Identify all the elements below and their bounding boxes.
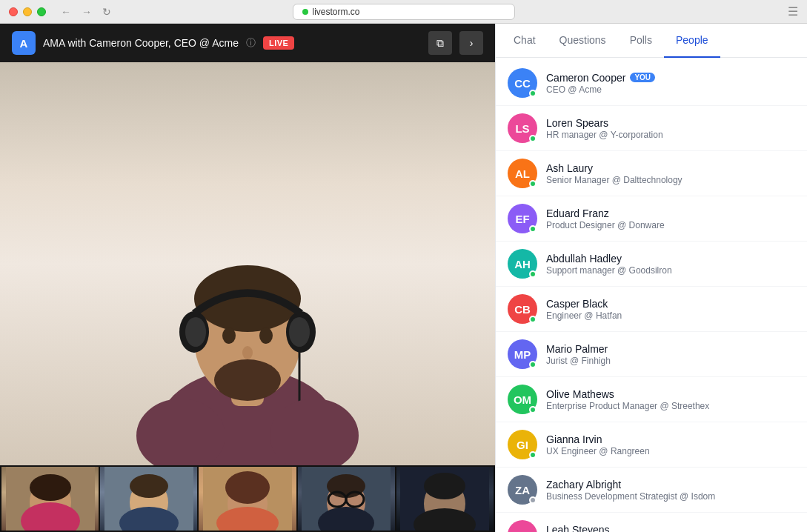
person-silhouette [122, 184, 373, 465]
person-name: Ash Laury [546, 162, 795, 174]
person-role: Product Designer @ Donware [546, 220, 795, 230]
thumbnail-4[interactable] [298, 467, 395, 531]
list-item[interactable]: CB Casper Black Engineer @ Hatfan [496, 287, 807, 332]
person-name: Cameron Cooper YOU [546, 72, 795, 84]
tab-polls[interactable]: Polls [618, 24, 664, 58]
close-button[interactable] [9, 7, 18, 16]
person-role: Enterprise Product Manager @ Streethex [546, 401, 795, 411]
thumbnail-1[interactable] [1, 467, 99, 531]
online-status-dot [529, 180, 537, 187]
person-name: Leah Stevens [546, 524, 795, 533]
online-status-dot [529, 406, 537, 413]
traffic-lights [9, 7, 46, 16]
avatar-wrap: MP [508, 339, 537, 369]
maximize-button[interactable] [37, 7, 46, 16]
people-list: CC Cameron Cooper YOU CEO @ Acme LS Lore… [496, 58, 807, 532]
person-role: Engineer @ Hatfan [546, 310, 795, 321]
list-item[interactable]: MP Mario Palmer Jurist @ Finhigh [496, 332, 807, 377]
session-title: AMA with Cameron Cooper, CEO @ Acme [43, 37, 239, 49]
person-info: Loren Spears HR manager @ Y-corporation [546, 117, 795, 140]
refresh-button[interactable]: ↻ [99, 4, 114, 19]
thumbnail-3[interactable] [199, 467, 296, 531]
list-item[interactable]: LS Leah Stevens Director @ Openlane [496, 513, 807, 532]
list-item[interactable]: AH Abdullah Hadley Support manager @ Goo… [496, 242, 807, 287]
person-info: Zachary Albright Business Development St… [546, 479, 795, 502]
list-item[interactable]: LS Loren Spears HR manager @ Y-corporati… [496, 106, 807, 151]
list-item[interactable]: GI Gianna Irvin UX Engineer @ Rangreen [496, 422, 807, 468]
avatar-wrap: AL [508, 159, 537, 188]
list-item[interactable]: OM Olive Mathews Enterprise Product Mana… [496, 377, 807, 422]
list-item[interactable]: CC Cameron Cooper YOU CEO @ Acme [496, 61, 807, 106]
right-panel: Chat Questions Polls People CC Cameron C… [495, 24, 807, 532]
svg-point-21 [130, 474, 168, 498]
person-name: Abdullah Hadley [546, 253, 795, 265]
person-info: Leah Stevens Director @ Openlane [546, 524, 795, 533]
avatar: LS [508, 520, 537, 532]
session-avatar-icon: A [12, 31, 36, 55]
svg-point-36 [424, 473, 465, 499]
title-bar: ← → ↻ livestorm.co ☰ [0, 0, 807, 24]
main-video-area [0, 62, 495, 465]
url-text: livestorm.co [313, 7, 360, 17]
svg-point-25 [225, 471, 270, 504]
avatar-wrap: ZA [508, 475, 537, 505]
avatar-wrap: AH [508, 249, 537, 279]
online-status-dot [529, 270, 537, 278]
video-content [0, 62, 495, 465]
svg-point-17 [30, 474, 71, 501]
avatar-wrap: LS [508, 520, 537, 532]
avatar-wrap: GI [508, 430, 537, 459]
person-info: Olive Mathews Enterprise Product Manager… [546, 388, 795, 411]
you-badge: YOU [630, 73, 655, 82]
live-badge: LIVE [263, 36, 294, 50]
video-panel: A AMA with Cameron Cooper, CEO @ Acme ⓘ … [0, 24, 495, 532]
minimize-button[interactable] [23, 7, 32, 16]
person-info: Mario Palmer Jurist @ Finhigh [546, 343, 795, 366]
person-info: Abdullah Hadley Support manager @ Goodsi… [546, 253, 795, 276]
info-icon[interactable]: ⓘ [246, 36, 256, 50]
online-status-dot [529, 90, 537, 97]
forward-button[interactable]: → [79, 4, 95, 19]
svg-point-4 [214, 359, 281, 401]
person-info: Gianna Irvin UX Engineer @ Rangreen [546, 433, 795, 456]
person-info: Casper Black Engineer @ Hatfan [546, 298, 795, 321]
list-item[interactable]: EF Eduard Franz Product Designer @ Donwa… [496, 196, 807, 242]
address-bar[interactable]: livestorm.co [293, 4, 515, 20]
person-role: Support manager @ Goodsilron [546, 265, 795, 276]
list-item[interactable]: AL Ash Laury Senior Manager @ Dalttechno… [496, 151, 807, 196]
online-status-dot [529, 496, 537, 504]
person-role: HR manager @ Y-corporation [546, 130, 795, 140]
person-role: Senior Manager @ Dalttechnology [546, 175, 795, 185]
thumbnail-5[interactable] [396, 467, 494, 531]
person-name: Zachary Albright [546, 479, 795, 491]
svg-point-29 [327, 474, 365, 498]
next-button[interactable]: › [459, 31, 483, 55]
person-role: Business Development Strategist @ Isdom [546, 491, 795, 502]
tab-chat[interactable]: Chat [502, 24, 548, 58]
tab-questions[interactable]: Questions [548, 24, 618, 58]
expand-button[interactable]: ⧉ [428, 31, 452, 55]
browser-menu-icon[interactable]: ☰ [788, 4, 798, 19]
thumbnail-2[interactable] [100, 467, 197, 531]
svg-point-9 [185, 317, 206, 347]
person-name: Loren Spears [546, 117, 795, 129]
avatar-wrap: CC [508, 68, 537, 98]
person-name: Mario Palmer [546, 343, 795, 355]
online-status-dot [529, 316, 537, 323]
svg-point-11 [289, 317, 310, 347]
svg-point-6 [259, 327, 273, 344]
online-status-dot [529, 361, 537, 368]
tab-people[interactable]: People [664, 24, 720, 58]
video-topbar: A AMA with Cameron Cooper, CEO @ Acme ⓘ … [0, 24, 495, 62]
person-name: Eduard Franz [546, 207, 795, 219]
app-container: A AMA with Cameron Cooper, CEO @ Acme ⓘ … [0, 24, 807, 532]
person-role: CEO @ Acme [546, 84, 795, 95]
avatar-wrap: LS [508, 113, 537, 143]
svg-point-3 [194, 265, 301, 332]
person-role: UX Engineer @ Rangreen [546, 446, 795, 456]
list-item[interactable]: ZA Zachary Albright Business Development… [496, 468, 807, 513]
online-status-dot [529, 135, 537, 142]
person-name: Olive Mathews [546, 388, 795, 400]
online-status-dot [529, 451, 537, 459]
back-button[interactable]: ← [58, 4, 74, 19]
